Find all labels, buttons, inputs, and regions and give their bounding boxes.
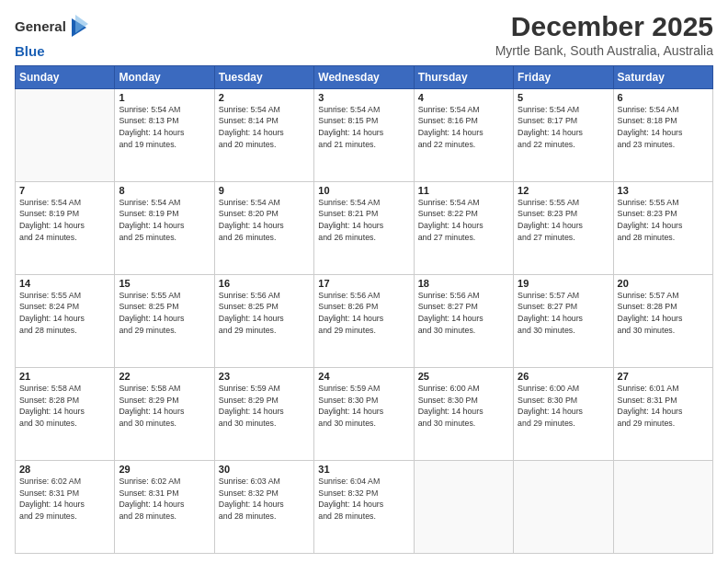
calendar-cell [16, 88, 115, 181]
month-title: December 2025 [495, 11, 713, 41]
calendar-cell: 23Sunrise: 5:59 AM Sunset: 8:29 PM Dayli… [214, 367, 313, 460]
calendar-cell: 15Sunrise: 5:55 AM Sunset: 8:25 PM Dayli… [115, 274, 214, 367]
calendar-cell: 16Sunrise: 5:56 AM Sunset: 8:25 PM Dayli… [214, 274, 313, 367]
day-info: Sunrise: 5:55 AM Sunset: 8:23 PM Dayligh… [618, 197, 709, 244]
weekday-header-thursday: Thursday [414, 65, 513, 88]
logo-general: General [15, 18, 66, 34]
logo-text: General Blue [15, 11, 92, 60]
week-row-2: 7Sunrise: 5:54 AM Sunset: 8:19 PM Daylig… [16, 181, 713, 274]
calendar-cell: 3Sunrise: 5:54 AM Sunset: 8:15 PM Daylig… [314, 88, 414, 181]
calendar-cell: 18Sunrise: 5:56 AM Sunset: 8:27 PM Dayli… [414, 274, 513, 367]
logo-arrow-icon [72, 11, 90, 44]
day-number: 30 [219, 464, 310, 475]
day-info: Sunrise: 6:03 AM Sunset: 8:32 PM Dayligh… [219, 476, 310, 523]
day-number: 3 [318, 92, 409, 103]
weekday-header-monday: Monday [115, 65, 214, 88]
calendar-cell: 8Sunrise: 5:54 AM Sunset: 8:19 PM Daylig… [115, 181, 214, 274]
weekday-header-friday: Friday [514, 65, 613, 88]
day-info: Sunrise: 5:54 AM Sunset: 8:21 PM Dayligh… [318, 197, 409, 244]
day-info: Sunrise: 5:54 AM Sunset: 8:19 PM Dayligh… [19, 197, 110, 244]
calendar-cell: 19Sunrise: 5:57 AM Sunset: 8:27 PM Dayli… [514, 274, 613, 367]
calendar-cell: 1Sunrise: 5:54 AM Sunset: 8:13 PM Daylig… [115, 88, 214, 181]
calendar-table: SundayMondayTuesdayWednesdayThursdayFrid… [15, 65, 713, 555]
calendar-cell: 4Sunrise: 5:54 AM Sunset: 8:16 PM Daylig… [414, 88, 513, 181]
day-info: Sunrise: 5:54 AM Sunset: 8:16 PM Dayligh… [418, 104, 509, 151]
weekday-header-sunday: Sunday [16, 65, 115, 88]
calendar-cell: 26Sunrise: 6:00 AM Sunset: 8:30 PM Dayli… [514, 367, 613, 460]
day-number: 20 [618, 278, 709, 289]
day-info: Sunrise: 5:54 AM Sunset: 8:19 PM Dayligh… [119, 197, 210, 244]
day-number: 14 [19, 278, 110, 289]
day-number: 21 [19, 371, 110, 382]
day-number: 11 [418, 185, 509, 196]
day-number: 28 [19, 464, 110, 475]
day-info: Sunrise: 6:02 AM Sunset: 8:31 PM Dayligh… [19, 476, 110, 523]
day-info: Sunrise: 5:57 AM Sunset: 8:27 PM Dayligh… [518, 290, 609, 337]
day-number: 15 [119, 278, 210, 289]
calendar-cell: 11Sunrise: 5:54 AM Sunset: 8:22 PM Dayli… [414, 181, 513, 274]
day-info: Sunrise: 5:54 AM Sunset: 8:20 PM Dayligh… [219, 197, 310, 244]
day-number: 2 [219, 92, 310, 103]
day-info: Sunrise: 5:56 AM Sunset: 8:27 PM Dayligh… [418, 290, 509, 337]
calendar-cell [514, 460, 613, 553]
day-info: Sunrise: 5:57 AM Sunset: 8:28 PM Dayligh… [618, 290, 709, 337]
day-number: 1 [119, 92, 210, 103]
day-number: 24 [318, 371, 409, 382]
calendar-cell: 28Sunrise: 6:02 AM Sunset: 8:31 PM Dayli… [16, 460, 115, 553]
day-number: 4 [418, 92, 509, 103]
calendar-cell: 25Sunrise: 6:00 AM Sunset: 8:30 PM Dayli… [414, 367, 513, 460]
calendar-cell: 21Sunrise: 5:58 AM Sunset: 8:28 PM Dayli… [16, 367, 115, 460]
day-info: Sunrise: 5:54 AM Sunset: 8:14 PM Dayligh… [219, 104, 310, 151]
title-block: December 2025 Myrtle Bank, South Austral… [495, 11, 713, 58]
day-number: 9 [219, 185, 310, 196]
day-number: 17 [318, 278, 409, 289]
logo: General Blue [15, 11, 92, 60]
day-info: Sunrise: 5:56 AM Sunset: 8:25 PM Dayligh… [219, 290, 310, 337]
calendar-cell: 14Sunrise: 5:55 AM Sunset: 8:24 PM Dayli… [16, 274, 115, 367]
weekday-header-row: SundayMondayTuesdayWednesdayThursdayFrid… [16, 65, 713, 88]
calendar-cell: 10Sunrise: 5:54 AM Sunset: 8:21 PM Dayli… [314, 181, 414, 274]
day-number: 26 [518, 371, 609, 382]
calendar-cell: 12Sunrise: 5:55 AM Sunset: 8:23 PM Dayli… [514, 181, 613, 274]
day-info: Sunrise: 5:59 AM Sunset: 8:29 PM Dayligh… [219, 383, 310, 430]
day-number: 29 [119, 464, 210, 475]
week-row-4: 21Sunrise: 5:58 AM Sunset: 8:28 PM Dayli… [16, 367, 713, 460]
calendar-cell: 7Sunrise: 5:54 AM Sunset: 8:19 PM Daylig… [16, 181, 115, 274]
day-number: 16 [219, 278, 310, 289]
week-row-5: 28Sunrise: 6:02 AM Sunset: 8:31 PM Dayli… [16, 460, 713, 553]
logo-blue: Blue [15, 43, 45, 59]
page: General Blue December 2025 Myrtle Bank, … [0, 0, 728, 563]
calendar-cell [613, 460, 712, 553]
day-info: Sunrise: 5:55 AM Sunset: 8:24 PM Dayligh… [19, 290, 110, 337]
calendar-cell [414, 460, 513, 553]
week-row-3: 14Sunrise: 5:55 AM Sunset: 8:24 PM Dayli… [16, 274, 713, 367]
day-info: Sunrise: 6:02 AM Sunset: 8:31 PM Dayligh… [119, 476, 210, 523]
calendar-cell: 6Sunrise: 5:54 AM Sunset: 8:18 PM Daylig… [613, 88, 712, 181]
header: General Blue December 2025 Myrtle Bank, … [15, 11, 713, 60]
day-info: Sunrise: 6:00 AM Sunset: 8:30 PM Dayligh… [518, 383, 609, 430]
weekday-header-saturday: Saturday [613, 65, 712, 88]
day-info: Sunrise: 5:54 AM Sunset: 8:18 PM Dayligh… [618, 104, 709, 151]
day-info: Sunrise: 5:58 AM Sunset: 8:29 PM Dayligh… [119, 383, 210, 430]
day-number: 8 [119, 185, 210, 196]
day-number: 18 [418, 278, 509, 289]
weekday-header-wednesday: Wednesday [314, 65, 414, 88]
calendar-cell: 27Sunrise: 6:01 AM Sunset: 8:31 PM Dayli… [613, 367, 712, 460]
calendar-cell: 9Sunrise: 5:54 AM Sunset: 8:20 PM Daylig… [214, 181, 313, 274]
day-number: 23 [219, 371, 310, 382]
day-number: 13 [618, 185, 709, 196]
day-number: 6 [618, 92, 709, 103]
calendar-cell: 20Sunrise: 5:57 AM Sunset: 8:28 PM Dayli… [613, 274, 712, 367]
day-number: 5 [518, 92, 609, 103]
calendar-cell: 31Sunrise: 6:04 AM Sunset: 8:32 PM Dayli… [314, 460, 414, 553]
day-info: Sunrise: 5:54 AM Sunset: 8:15 PM Dayligh… [318, 104, 409, 151]
day-info: Sunrise: 5:54 AM Sunset: 8:13 PM Dayligh… [119, 104, 210, 151]
day-info: Sunrise: 5:55 AM Sunset: 8:25 PM Dayligh… [119, 290, 210, 337]
day-info: Sunrise: 6:01 AM Sunset: 8:31 PM Dayligh… [618, 383, 709, 430]
calendar-cell: 29Sunrise: 6:02 AM Sunset: 8:31 PM Dayli… [115, 460, 214, 553]
day-info: Sunrise: 6:04 AM Sunset: 8:32 PM Dayligh… [318, 476, 409, 523]
day-info: Sunrise: 5:54 AM Sunset: 8:17 PM Dayligh… [518, 104, 609, 151]
day-info: Sunrise: 5:56 AM Sunset: 8:26 PM Dayligh… [318, 290, 409, 337]
day-number: 12 [518, 185, 609, 196]
calendar-cell: 17Sunrise: 5:56 AM Sunset: 8:26 PM Dayli… [314, 274, 414, 367]
